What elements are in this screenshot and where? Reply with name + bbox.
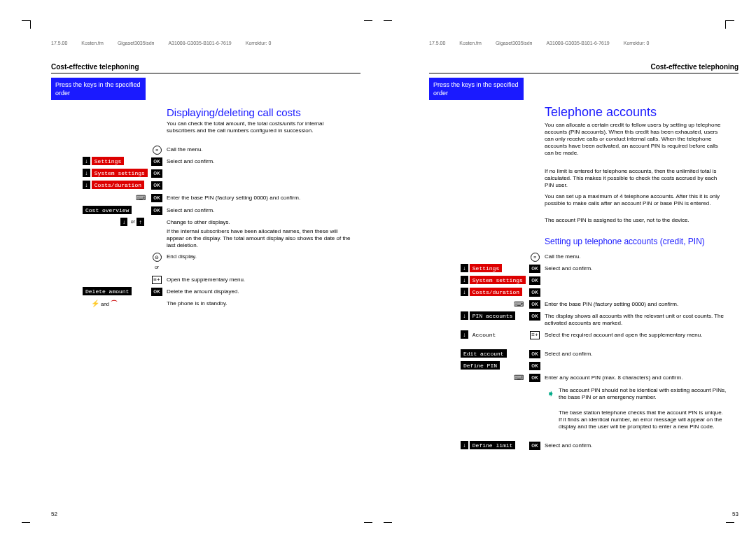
okr-7: OK [528,361,541,370]
r-display-accounts: The display shows all accounts with the … [545,313,727,327]
r-enter-pin: Enter the base PIN (factory setting 0000… [545,301,727,308]
okr-9: OK [528,441,541,450]
handset-icons: ⚡ and ⌒ [91,299,147,309]
ok-4: OK [150,193,163,202]
step-end: End display. [167,253,352,260]
menu-icon-r: ≡ [528,252,541,262]
keypad-r2: ⌨ [461,374,524,381]
page-53: 17.5.00 Kosten.fm Gigaset3035isdn A31008… [378,0,756,534]
keypad-r: ⌨ [461,300,524,308]
step-enter-pin: Enter the base PIN (factory setting 0000… [167,195,352,202]
page-number-52: 52 [51,511,57,517]
hdr-file: Kosten.fm [81,41,104,45]
supp-icon-r: ≡+ [528,330,541,339]
r-sc3: Select and confirm. [545,442,727,449]
section-title-right: Cost-effective telephoning [650,63,738,71]
okr-2: OK [528,276,541,285]
r-enter-any: Enter any account PIN (max. 8 characters… [545,374,727,381]
menu-icon: ≡ [150,145,163,155]
intro-r2: If no limit is entered for telephone acc… [545,168,727,189]
okr-4: OK [528,300,541,309]
okr-8: OK [528,373,541,382]
okr-1: OK [528,264,541,273]
section-title-left: Cost-effective telephoning [51,63,139,71]
header-right: 17.5.00 Kosten.fm Gigaset3035isdn A31008… [429,41,735,45]
heading-telephone-accounts: Telephone accounts [545,105,657,120]
okr-5: OK [528,311,541,321]
intro-r4: The account PIN is assigned to the user,… [545,217,727,224]
hdr-docid: A31008-G3035-B101-6-7619 [168,41,231,45]
arrow-keys: ↓ or ↑ [83,218,146,226]
blue-instruction-box: Press the keys in the specified order [51,78,146,100]
heading-setting-up: Setting up telephone accounts (credit, P… [545,237,727,246]
ok-6: OK [150,287,163,296]
r-note2: The base station telephone checks that t… [559,409,727,430]
or-text: or [150,265,163,269]
rule-right [429,73,738,73]
ok-5: OK [150,206,163,215]
heading-displaying-costs: Displaying/deleting call costs [167,106,352,118]
blue-box-right: Press the keys in the specified order [429,78,524,100]
intro-left: You can check the total amount, the tota… [167,120,352,134]
ok-1: OK [150,157,163,166]
step-delete: Delete the amount displayed. [167,288,352,295]
okr-6: OK [528,349,541,358]
r-sc1: Select and confirm. [545,265,727,272]
intro-r1: You can allocate a certain credit to fel… [545,122,727,157]
step-open-menu: Open the supplementary menu. [167,276,352,283]
intro-r3: You can set up a maximum of 4 telephone … [545,193,727,207]
page-52: 17.5.00 Kosten.fm Gigaset3035isdn A31008… [0,0,378,534]
hdr-date: 17.5.00 [51,41,67,45]
hdr-korr: Korrektur: 0 [246,41,272,45]
note-arrow-icon: ➧ [545,388,557,399]
step-standby: The phone is in standby. [167,300,352,307]
r-note1: The account PIN should not be identical … [559,387,727,401]
okr-3: OK [528,288,541,297]
ok-2: OK [150,169,163,178]
page-number-53: 53 [732,511,738,517]
note-names: If the internal subscribers have been al… [167,228,352,249]
r-sc2: Select and confirm. [545,351,727,358]
ok-3: OK [150,181,163,190]
step-sc2: Select and confirm. [167,207,352,214]
step-sc1: Select and confirm. [167,158,352,165]
hdr-product: Gigaset3035isdn [118,41,155,45]
end-icon: ⊖ [150,252,163,262]
step-call-menu: Call the menu. [167,146,352,153]
r-select-req: Select the required account and open the… [545,332,727,339]
supp-menu-icon: ≡+ [150,275,163,284]
r-call-menu: Call the menu. [545,253,727,260]
rule-left [51,73,360,73]
keypad-icon: ⌨ [83,194,146,202]
step-change: Change to other displays. [167,219,352,226]
header-left: 17.5.00 Kosten.fm Gigaset3035isdn A31008… [51,41,357,45]
